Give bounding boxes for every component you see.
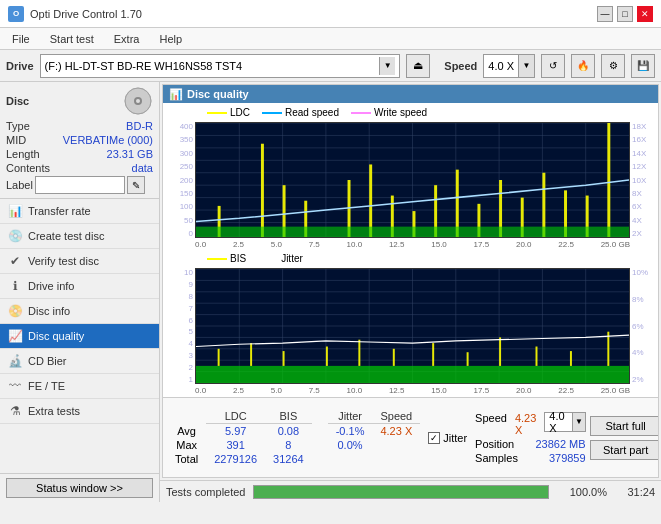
- nav-drive-info-label: Drive info: [28, 280, 74, 292]
- chart-panel: 📊 Disc quality LDC Read speed: [162, 84, 659, 478]
- jitter-checkbox-row: ✓ Jitter: [428, 432, 467, 444]
- extra-tests-icon: ⚗: [8, 404, 22, 418]
- svg-rect-73: [607, 332, 609, 366]
- sidebar-item-create-test-disc[interactable]: 💿 Create test disc: [0, 224, 159, 249]
- max-jitter: 0.0%: [328, 438, 373, 452]
- main-area: Disc Type BD-R MID VERBATIMe (000) Lengt…: [0, 82, 661, 502]
- chart-title-bar: 📊 Disc quality: [163, 85, 658, 103]
- menu-start-test[interactable]: Start test: [42, 31, 102, 47]
- max-ldc: 391: [206, 438, 265, 452]
- sidebar-item-cd-bier[interactable]: 🔬 CD Bier: [0, 349, 159, 374]
- label-input[interactable]: [35, 176, 125, 194]
- jitter-checkbox[interactable]: ✓: [428, 432, 440, 444]
- svg-rect-65: [326, 347, 328, 366]
- bot-y-10: 10: [169, 268, 193, 277]
- eject-button[interactable]: ⏏: [406, 54, 430, 78]
- minimize-button[interactable]: —: [597, 6, 613, 22]
- start-part-button[interactable]: Start part: [590, 440, 659, 460]
- menu-file[interactable]: File: [4, 31, 38, 47]
- total-ldc: 2279126: [206, 452, 265, 466]
- content-area: 📊 Disc quality LDC Read speed: [160, 82, 661, 502]
- sidebar-item-disc-info[interactable]: 📀 Disc info: [0, 299, 159, 324]
- svg-rect-39: [607, 123, 610, 237]
- svg-rect-28: [369, 164, 372, 237]
- bottom-chart: [195, 268, 630, 384]
- samples-label: Samples: [475, 452, 518, 464]
- menu-help[interactable]: Help: [151, 31, 190, 47]
- nav-cd-bier-label: CD Bier: [28, 355, 67, 367]
- sidebar-item-extra-tests[interactable]: ⚗ Extra tests: [0, 399, 159, 424]
- menu-extra[interactable]: Extra: [106, 31, 148, 47]
- top-yr-12x: 12X: [632, 162, 654, 171]
- avg-label: Avg: [167, 424, 206, 439]
- samples-row: Samples 379859: [475, 452, 586, 464]
- top-y-350: 350: [169, 135, 193, 144]
- top-y-50: 50: [169, 216, 193, 225]
- toolbar: Drive (F:) HL-DT-ST BD-RE WH16NS58 TST4 …: [0, 50, 661, 82]
- close-button[interactable]: ✕: [637, 6, 653, 22]
- status-window-button[interactable]: Status window >>: [6, 478, 153, 498]
- svg-rect-70: [499, 337, 501, 366]
- avg-bis: 0.08: [265, 424, 312, 439]
- disc-contents-row: Contents data: [6, 162, 153, 174]
- sidebar-item-verify-test-disc[interactable]: ✔ Verify test disc: [0, 249, 159, 274]
- bot-y-4: 4: [169, 339, 193, 348]
- svg-rect-69: [467, 352, 469, 366]
- speed-row: Speed 4.23 X 4.0 X ▼: [475, 412, 586, 436]
- drive-select: (F:) HL-DT-ST BD-RE WH16NS58 TST4 ▼: [40, 54, 401, 78]
- svg-rect-66: [358, 340, 360, 366]
- nav-fe-te-label: FE / TE: [28, 380, 65, 392]
- legend-ldc: LDC: [207, 107, 250, 118]
- max-label: Max: [167, 438, 206, 452]
- status-text: Tests completed: [166, 486, 245, 498]
- top-y-0: 0: [169, 229, 193, 238]
- speed-selector-value: 4.0 X: [545, 410, 572, 434]
- speed-selector[interactable]: 4.0 X ▼: [544, 412, 585, 432]
- legend-bis-label: BIS: [230, 253, 246, 264]
- drive-dropdown[interactable]: (F:) HL-DT-ST BD-RE WH16NS58 TST4 ▼: [40, 54, 401, 78]
- speed-dropdown[interactable]: 4.0 X ▼: [483, 54, 535, 78]
- bot-y-2: 2: [169, 363, 193, 372]
- stats-table: LDC BIS Jitter Speed Avg 5.97 0: [167, 409, 420, 466]
- refresh-button[interactable]: ↺: [541, 54, 565, 78]
- svg-rect-72: [570, 351, 572, 366]
- start-full-button[interactable]: Start full: [590, 416, 659, 436]
- top-chart-legend: LDC Read speed Write speed: [167, 105, 654, 120]
- legend-bis-color: [207, 258, 227, 260]
- stats-avg-row: Avg 5.97 0.08 -0.1% 4.23 X: [167, 424, 420, 439]
- sidebar-item-drive-info[interactable]: ℹ Drive info: [0, 274, 159, 299]
- sidebar-item-disc-quality[interactable]: 📈 Disc quality: [0, 324, 159, 349]
- col-bis: BIS: [265, 409, 312, 424]
- stats-row: LDC BIS Jitter Speed Avg 5.97 0: [163, 397, 658, 477]
- sidebar-item-fe-te[interactable]: 〰 FE / TE: [0, 374, 159, 399]
- app-title: Opti Drive Control 1.70: [30, 8, 142, 20]
- disc-header: Disc: [6, 86, 153, 116]
- disc-section-title: Disc: [6, 95, 29, 107]
- bot-y-6: 6: [169, 316, 193, 325]
- bot-yr-8pct: 8%: [632, 295, 654, 304]
- top-yr-10x: 10X: [632, 176, 654, 185]
- jitter-label: Jitter: [443, 432, 467, 444]
- bot-yr-6pct: 6%: [632, 322, 654, 331]
- col-speed: Speed: [372, 409, 420, 424]
- title-controls: — □ ✕: [597, 6, 653, 22]
- bot-yr-2pct: 2%: [632, 375, 654, 384]
- menu-bar: File Start test Extra Help: [0, 28, 661, 50]
- top-y-400: 400: [169, 122, 193, 131]
- samples-value: 379859: [549, 452, 586, 464]
- bot-y-5: 5: [169, 327, 193, 336]
- svg-rect-63: [250, 343, 252, 366]
- elapsed-time: 31:24: [615, 486, 655, 498]
- disc-contents-label: Contents: [6, 162, 50, 174]
- stats-max-row: Max 391 8 0.0%: [167, 438, 420, 452]
- save-button[interactable]: 💾: [631, 54, 655, 78]
- svg-rect-24: [261, 144, 264, 237]
- burn-button[interactable]: 🔥: [571, 54, 595, 78]
- legend-jitter-color: [258, 258, 278, 260]
- disc-type-row: Type BD-R: [6, 120, 153, 132]
- settings-button[interactable]: ⚙: [601, 54, 625, 78]
- label-edit-button[interactable]: ✎: [127, 176, 145, 194]
- bottom-chart-legend: BIS Jitter: [167, 251, 654, 266]
- maximize-button[interactable]: □: [617, 6, 633, 22]
- sidebar-item-transfer-rate[interactable]: 📊 Transfer rate: [0, 199, 159, 224]
